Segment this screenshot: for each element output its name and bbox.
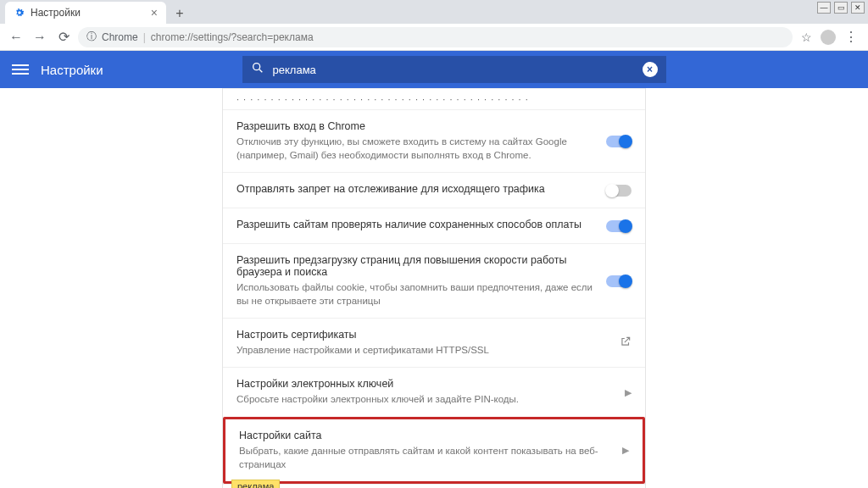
toggle-switch[interactable] bbox=[606, 275, 632, 287]
setting-subtitle: Выбрать, какие данные отправлять сайтам … bbox=[239, 444, 614, 471]
search-input[interactable] bbox=[273, 64, 634, 76]
page-title: Настройки bbox=[41, 63, 103, 77]
chevron-right-icon: ▶ bbox=[625, 387, 632, 398]
svg-line-1 bbox=[259, 69, 262, 72]
profile-avatar[interactable] bbox=[821, 30, 836, 45]
settings-header: Настройки × bbox=[0, 51, 868, 88]
setting-row-payment: Разрешить сайтам проверять наличие сохра… bbox=[223, 208, 645, 243]
window-maximize-button[interactable]: ▭ bbox=[834, 2, 848, 14]
browser-toolbar: ← → ⟳ ⓘ Chrome | chrome://settings/?sear… bbox=[0, 24, 868, 51]
clear-search-icon[interactable]: × bbox=[643, 62, 658, 77]
gear-icon bbox=[14, 7, 25, 19]
setting-subtitle: Использовать файлы cookie, чтобы запомни… bbox=[236, 280, 598, 308]
setting-subtitle: Сбросьте настройки электронных ключей и … bbox=[236, 392, 616, 406]
svg-point-0 bbox=[253, 64, 259, 70]
setting-title: Разрешить вход в Chrome bbox=[236, 120, 598, 132]
reload-button[interactable]: ⟳ bbox=[54, 28, 73, 47]
toggle-switch[interactable] bbox=[606, 185, 632, 197]
setting-title: Настройки электронных ключей bbox=[236, 378, 616, 390]
search-icon bbox=[251, 61, 264, 78]
back-button[interactable]: ← bbox=[7, 28, 25, 47]
browser-tab[interactable]: Настройки × bbox=[5, 2, 166, 24]
settings-content: · · · · · · · · · · · · · · · · · · · · … bbox=[0, 88, 868, 488]
setting-title: Отправлять запрет на отслеживание для ис… bbox=[236, 183, 598, 195]
new-tab-button[interactable]: + bbox=[170, 3, 190, 24]
tab-title: Настройки bbox=[31, 7, 81, 19]
window-minimize-button[interactable]: — bbox=[817, 2, 831, 14]
tab-close-icon[interactable]: × bbox=[151, 6, 158, 19]
settings-card: · · · · · · · · · · · · · · · · · · · · … bbox=[222, 88, 646, 488]
setting-row-dnt: Отправлять запрет на отслеживание для ис… bbox=[223, 172, 645, 208]
setting-subtitle: Управление настройками и сертификатами H… bbox=[236, 343, 611, 357]
setting-title: Настроить сертификаты bbox=[236, 329, 611, 341]
setting-row-truncated: · · · · · · · · · · · · · · · · · · · · … bbox=[223, 88, 645, 109]
setting-title: Разрешить сайтам проверять наличие сохра… bbox=[236, 219, 598, 230]
tab-strip: Настройки × + bbox=[0, 0, 868, 24]
setting-row-site-settings[interactable]: Настройки сайта Выбрать, какие данные от… bbox=[223, 417, 645, 484]
search-highlight-label: реклама bbox=[231, 480, 280, 488]
hamburger-menu-icon[interactable] bbox=[12, 61, 29, 78]
toggle-switch[interactable] bbox=[606, 220, 632, 232]
address-bar[interactable]: ⓘ Chrome | chrome://settings/?search=рек… bbox=[78, 27, 793, 47]
setting-subtitle: Отключив эту функцию, вы сможете входить… bbox=[236, 135, 598, 162]
setting-title: Разрешить предзагрузку страниц для повыш… bbox=[236, 254, 598, 278]
info-icon: ⓘ bbox=[86, 30, 97, 44]
window-close-button[interactable]: ✕ bbox=[851, 2, 865, 14]
setting-row-certificates[interactable]: Настроить сертификаты Управление настрой… bbox=[223, 318, 645, 367]
setting-row-preload: Разрешить предзагрузку страниц для повыш… bbox=[223, 243, 645, 318]
setting-row-chrome-signin: Разрешить вход в Chrome Отключив эту фун… bbox=[223, 109, 645, 172]
chevron-right-icon: ▶ bbox=[622, 445, 629, 456]
toggle-switch[interactable] bbox=[606, 136, 632, 147]
forward-button[interactable]: → bbox=[31, 28, 49, 47]
url-scheme: Chrome bbox=[102, 31, 138, 43]
settings-search-box[interactable]: × bbox=[242, 56, 666, 83]
external-link-icon bbox=[620, 336, 632, 351]
setting-row-security-keys[interactable]: Настройки электронных ключей Сбросьте на… bbox=[223, 367, 645, 416]
url-text: chrome://settings/?search=реклама bbox=[151, 31, 314, 43]
setting-row-clear-data[interactable]: реклама Очистить историю Удалить файлы c… bbox=[223, 484, 645, 488]
setting-title: Настройки сайта bbox=[239, 430, 614, 441]
overflow-menu-icon[interactable]: ⋮ bbox=[844, 29, 858, 45]
window-controls: — ▭ ✕ bbox=[817, 2, 865, 14]
bookmark-star-icon[interactable]: ☆ bbox=[801, 30, 812, 44]
